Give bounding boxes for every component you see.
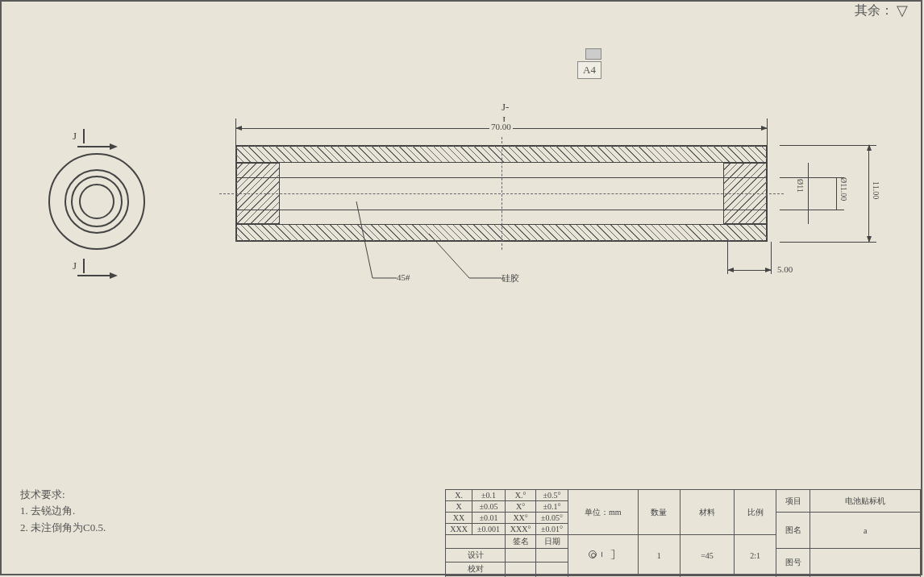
tol-r4c2: ±0.001	[472, 524, 506, 535]
tol-r1c1: X.	[446, 490, 472, 501]
dim-length-value: 70.00	[489, 122, 513, 131]
design-label: 设计	[446, 549, 506, 562]
leader-1-label: 45#	[397, 272, 410, 282]
qty-label: 数量	[638, 490, 680, 535]
tol-r2c3: X°	[506, 501, 536, 513]
tol-r4c4: ±0.01°	[536, 524, 568, 535]
core-circle	[79, 184, 114, 219]
tech-req-item-2: 2. 未注倒角为C0.5.	[20, 520, 106, 537]
scale-label: 比例	[734, 490, 776, 535]
review-label: 校对	[446, 562, 506, 576]
tol-r3c4: ±0.05°	[536, 513, 568, 524]
section-letter-j-bottom: J	[73, 259, 77, 272]
tol-r4c3: XXX°	[506, 524, 536, 535]
arrow-head-icon	[110, 143, 118, 150]
surface-label: 其余：	[855, 2, 893, 19]
title-block: X. ±0.1 X.° ±0.5° 单位：mm 数量 材料 比例 项目 电池贴标…	[445, 489, 921, 574]
leader-2	[413, 226, 510, 290]
dim-inner-dia: Ø11	[796, 179, 805, 193]
paper-icon	[585, 48, 601, 60]
tol-r1c4: ±0.5°	[536, 490, 568, 501]
unit-label: 单位：mm	[568, 490, 638, 535]
a4-format-badge: A4	[577, 48, 601, 79]
arrow-line-bottom	[77, 275, 110, 276]
surface-finish-note: 其余： ▽	[855, 2, 908, 19]
tol-r2c2: ±0.05	[472, 501, 506, 513]
project-value: 电池贴标机	[810, 490, 921, 513]
tech-req-title: 技术要求:	[20, 487, 106, 504]
tol-r1c3: X.°	[506, 490, 536, 501]
technical-requirements: 技术要求: 1. 去锐边角. 2. 未注倒角为C0.5.	[20, 487, 106, 537]
arrow-line	[77, 146, 110, 147]
svg-line-2	[429, 234, 469, 278]
part-body: 45# 硅胶	[235, 145, 768, 242]
name-value: a	[810, 513, 921, 549]
arrow-head-bottom-icon	[110, 272, 118, 279]
scale-value: 2:1	[734, 535, 776, 576]
tol-r3c1: XX	[446, 513, 472, 524]
dim-bore-dia: Ø11.00	[839, 177, 848, 201]
qty-value: 1	[638, 535, 680, 576]
section-arrow-top: J	[73, 129, 85, 143]
section-letter-j-top: J	[73, 130, 77, 143]
tol-r3c3: XX°	[506, 513, 536, 524]
dim-outer-height: 11.00	[872, 181, 880, 199]
a4-label: A4	[577, 61, 601, 79]
tol-r2c4: ±0.1°	[536, 501, 568, 513]
signature-label: 签名	[506, 535, 536, 549]
svg-line-0	[356, 201, 373, 278]
project-label: 项目	[776, 490, 810, 513]
tech-req-item-1: 1. 去锐边角.	[20, 503, 106, 520]
tol-r3c2: ±0.01	[472, 513, 506, 524]
number-label: 图号	[776, 549, 810, 576]
date-label: 日期	[536, 535, 568, 549]
material-value: =45	[680, 535, 734, 576]
tol-r2c1: X	[446, 501, 472, 513]
dim-depth-value: 5.00	[776, 264, 794, 274]
material-label: 材料	[680, 490, 734, 535]
name-label: 图名	[776, 513, 810, 549]
leader-1	[332, 201, 405, 290]
surface-symbol-icon: ▽	[897, 2, 908, 19]
leader-2-label: 硅胶	[502, 272, 519, 284]
projection-symbol	[568, 535, 638, 576]
tol-r1c2: ±0.1	[472, 490, 506, 501]
tol-r4c1: XXX	[446, 524, 472, 535]
